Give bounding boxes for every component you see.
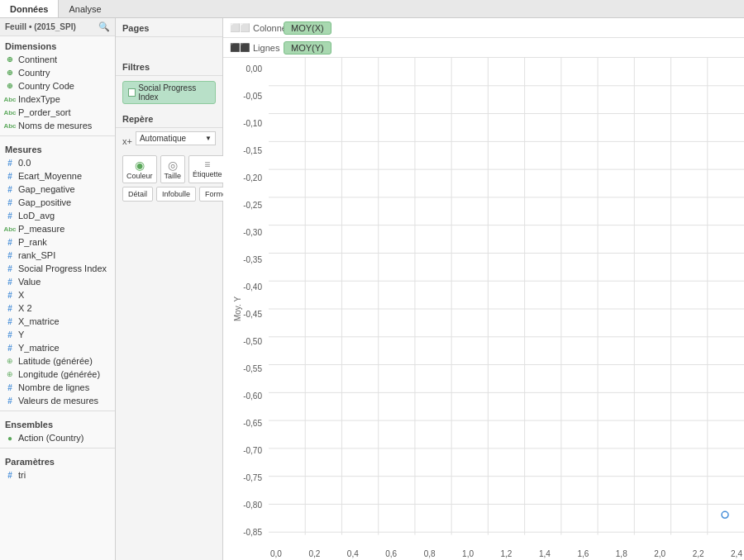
mes-ecart[interactable]: # Ecart_Moyenne [0,169,115,183]
abc-icon: Abc [5,94,15,104]
dimensions-title: Dimensions [0,36,115,53]
y-tick: -0,45 [243,310,265,319]
x-tick: 1,0 [462,549,474,558]
mes-ymatrice[interactable]: # Y_matrice [0,341,115,354]
parametres-title: Paramètres [0,452,115,468]
mes-p-measure[interactable]: Abc P_measure [0,222,115,235]
y-tick: -0,60 [243,392,265,401]
mark-couleur[interactable]: ◉ Couleur [122,155,157,183]
mes-rank-spi[interactable]: # rank_SPI [0,249,115,262]
taille-icon: ◎ [168,159,178,172]
x-tick: 1,4 [539,549,551,558]
y-tick: -0,20 [243,173,265,183]
y-tick: -0,25 [243,201,265,210]
dim-noms-mesures[interactable]: Abc Noms de mesures [0,119,115,132]
mark-buttons-row2: Détail Infobulle Forme [122,187,216,202]
ens-action-country[interactable]: ● Action (Country) [0,431,115,444]
couleur-icon: ◉ [135,159,145,172]
mes-0[interactable]: # 0.0 [0,156,115,169]
hash-icon: # [5,263,15,273]
mes-longitude[interactable]: ⊕ Longitude (générée) [0,368,115,381]
x-tick: 1,8 [616,549,627,558]
filter-spi[interactable]: Social Progress Index [122,81,216,104]
mes-gap-pos[interactable]: # Gap_positive [0,196,115,209]
hash-icon: # [5,171,15,181]
mes-x[interactable]: # X [0,288,115,301]
dim-indextype[interactable]: Abc IndexType [0,93,115,106]
mes-valeurs[interactable]: # Valeurs de mesures [0,394,115,407]
y-tick: -0,05 [243,92,265,101]
y-tick: -0,50 [243,337,265,346]
globe2-icon: ⊕ [5,369,15,379]
mes-spi[interactable]: # Social Progress Index [0,262,115,275]
hash-icon: # [5,211,15,221]
tab-analyse[interactable]: Analyse [59,0,111,17]
search-icon[interactable]: 🔍 [98,21,110,32]
columns-icon: ⬜⬜ [230,23,250,32]
columns-shelf: ⬜⬜ Colonnes MOY(X) [223,18,744,38]
chart-area: ⬜⬜ Colonnes MOY(X) ⬛⬛ Lignes MOY(Y) Moy.… [223,18,744,560]
mes-x2[interactable]: # X 2 [0,301,115,315]
globe-icon: ⊕ [5,81,15,91]
repere-title: Repère [116,109,222,128]
mes-nb-lignes[interactable]: # Nombre de lignes [0,381,115,394]
x-tick: 2,4 [731,549,742,558]
mark-detail[interactable]: Détail [122,187,153,202]
hash-icon: # [5,277,15,287]
mark-taille[interactable]: ◎ Taille [160,155,186,183]
dim-country-code[interactable]: ⊕ Country Code [0,79,115,93]
abc-icon: Abc [5,121,15,131]
mark-infobulle[interactable]: Infobulle [156,187,196,202]
mes-latitude[interactable]: ⊕ Latitude (générée) [0,354,115,368]
abc-icon: Abc [5,107,15,117]
y-tick: -0,30 [243,228,265,237]
tab-donnees[interactable]: Données [0,0,59,17]
rows-shelf: ⬛⬛ Lignes MOY(Y) [223,38,744,58]
rows-pill[interactable]: MOY(Y) [284,41,331,55]
globe-icon: ⊕ [5,68,15,78]
dim-continent[interactable]: ⊕ Continent [0,53,115,66]
y-axis: Moy. Y 0,00 -0,05 -0,10 -0,15 -0,20 -0,2… [223,58,269,560]
dim-p-order-sort[interactable]: Abc P_order_sort [0,106,115,119]
taille-label: Taille [165,172,182,180]
mes-gap-neg[interactable]: # Gap_negative [0,183,115,196]
globe2-icon: ⊕ [5,356,15,366]
mes-y[interactable]: # Y [0,328,115,341]
divider2 [0,411,115,411]
data-point [722,511,728,518]
x-tick: 2,0 [654,549,665,558]
filter-label: Social Progress Index [138,83,210,102]
filter-checkbox[interactable] [128,88,136,97]
hash-icon: # [5,382,15,392]
y-tick: -0,40 [243,282,265,292]
auto-dropdown[interactable]: Automatique ▼ [136,131,216,145]
param-tri[interactable]: # tri [0,468,115,482]
rows-label: ⬛⬛ Lignes [230,43,284,53]
dim-country[interactable]: ⊕ Country [0,66,115,79]
pages-title: Pages [116,18,222,37]
hash-icon: # [5,290,15,300]
filtres-body: Social Progress Index [116,76,222,109]
auto-label: Automatique [140,134,205,143]
mark-etiquette[interactable]: ≡ Étiquette [188,155,227,183]
x-tick: 0,2 [308,549,320,558]
mes-value[interactable]: # Value [0,275,115,288]
repere-body: x+ Automatique ▼ ◉ Couleur ◎ Taille ≡ Ét… [116,128,222,205]
hash-icon: # [5,250,15,260]
hash-icon: # [5,158,15,168]
hash-icon: # [5,316,15,326]
y-tick: 0,00 [246,64,265,74]
left-panel: Feuill • (2015_SPI) 🔍 Dimensions ⊕ Conti… [0,18,116,560]
mes-xmatrice[interactable]: # X_matrice [0,315,115,328]
detail-label: Détail [128,190,147,198]
divider3 [0,448,115,448]
x-tick: 1,2 [501,549,513,558]
mes-lod-avg[interactable]: # LoD_avg [0,209,115,222]
hash-icon: # [5,237,15,247]
columns-pill[interactable]: MOY(X) [284,21,331,35]
infobulle-label: Infobulle [162,190,190,198]
mark-buttons-row1: ◉ Couleur ◎ Taille ≡ Étiquette [122,155,216,183]
mes-p-rank[interactable]: # P_rank [0,235,115,249]
sheet-label: Feuill • (2015_SPI) [5,22,76,31]
hash-icon: # [5,396,15,406]
